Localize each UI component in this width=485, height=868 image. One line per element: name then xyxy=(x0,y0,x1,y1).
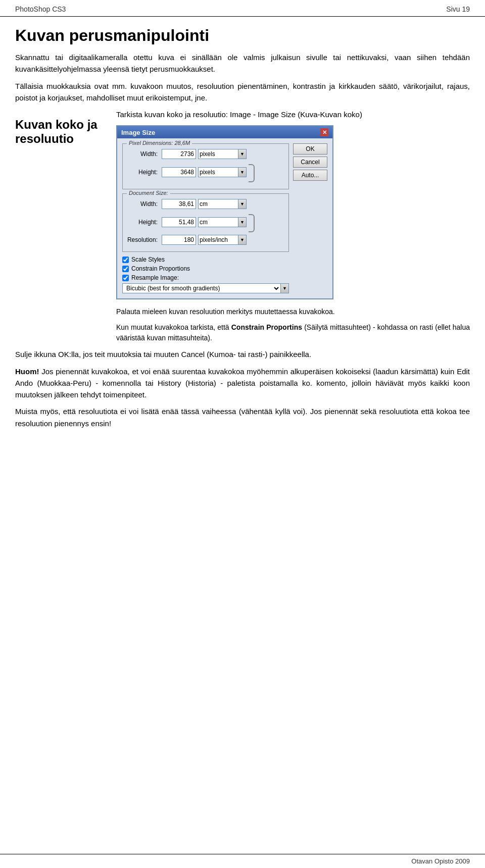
pixel-width-label: Width: xyxy=(127,150,160,158)
dialog-buttons: OK Cancel Auto... xyxy=(293,143,327,293)
dialog-titlebar: Image Size ✕ xyxy=(117,126,332,138)
doc-chain-link-icon xyxy=(249,214,255,232)
scale-styles-checkbox[interactable] xyxy=(122,257,129,263)
para-4: Huom! Jos pienennät kuvakokoa, et voi en… xyxy=(15,366,470,401)
resolution-dropdown[interactable]: pixels/inch ▼ xyxy=(198,235,247,245)
document-size-content: Width: cm ▼ xyxy=(127,199,284,245)
doc-width-dropdown[interactable]: cm ▼ xyxy=(198,199,247,209)
doc-chain-link-area xyxy=(249,212,255,235)
constrain-proportions-row[interactable]: Constrain Proportions xyxy=(122,265,289,272)
footer-publisher: Otavan Opisto 2009 xyxy=(411,857,470,865)
dialog-title: Image Size xyxy=(121,129,155,136)
pixel-height-fields: Height: pixels ▼ xyxy=(127,167,247,180)
section-left: Kuvan koko ja resoluutio xyxy=(15,109,116,348)
ok-button[interactable]: OK xyxy=(293,143,327,155)
resolution-label: Resolution: xyxy=(127,236,160,243)
caption-2: Kun muutat kuvakokoa tarkista, että Cons… xyxy=(116,322,470,343)
section-title: Kuvan koko ja resoluutio xyxy=(15,118,111,146)
page-number: Sivu 19 xyxy=(446,5,470,13)
resolution-arrow: ▼ xyxy=(238,235,247,245)
caption2-pre: Kun muutat kuvakokoa tarkista, että xyxy=(116,323,231,331)
doc-width-arrow: ▼ xyxy=(238,199,247,209)
doc-height-chain-row: Height: cm ▼ xyxy=(127,212,284,235)
constrain-proportions-checkbox[interactable] xyxy=(122,266,129,272)
main-content: Kuvan perusmanipulointi Skannattu tai di… xyxy=(0,22,485,439)
auto-button[interactable]: Auto... xyxy=(293,170,327,181)
dialog-left-panel: Pixel Dimensions: 28,6M Width: pixel xyxy=(122,143,289,293)
doc-width-input[interactable] xyxy=(162,199,196,209)
pixel-height-select[interactable]: pixels xyxy=(198,167,238,177)
resolution-input[interactable] xyxy=(162,235,196,245)
pixel-width-select[interactable]: pixels xyxy=(198,149,238,159)
pixel-dimensions-group: Pixel Dimensions: 28,6M Width: pixel xyxy=(122,143,289,189)
pixel-width-dropdown[interactable]: pixels ▼ xyxy=(198,149,247,159)
dialog-close-button[interactable]: ✕ xyxy=(320,128,328,136)
resample-image-checkbox[interactable] xyxy=(122,275,129,281)
constrain-proportions-label: Constrain Proportions xyxy=(131,265,190,272)
pixel-width-row: Width: pixels ▼ xyxy=(127,149,284,159)
section-description: Tarkista kuvan koko ja resoluutio: Image… xyxy=(116,109,470,120)
chain-link-area xyxy=(249,162,255,185)
pixel-height-select-arrow: ▼ xyxy=(238,167,247,177)
pixel-width-select-arrow: ▼ xyxy=(238,149,247,159)
pixel-dimensions-label: Pixel Dimensions: 28,6M xyxy=(127,140,192,146)
pixel-height-row: Height: pixels ▼ xyxy=(127,167,247,177)
doc-height-fields: Height: cm ▼ xyxy=(127,217,247,230)
page-header: PhotoShop CS3 Sivu 19 xyxy=(0,0,485,17)
app-title: PhotoShop CS3 xyxy=(15,5,66,13)
document-size-label: Document Size: xyxy=(127,190,170,196)
doc-width-row: Width: cm ▼ xyxy=(127,199,284,209)
doc-width-select[interactable]: cm xyxy=(198,199,238,209)
doc-height-arrow: ▼ xyxy=(238,217,247,227)
document-size-group: Document Size: Width: cm xyxy=(122,193,289,252)
pixel-dimensions-content: Width: pixels ▼ xyxy=(127,149,284,185)
para4-bold: Huom! xyxy=(15,367,39,376)
resolution-select[interactable]: pixels/inch xyxy=(198,235,238,245)
caption-1: Palauta mieleen kuvan resoluution merkit… xyxy=(116,307,470,317)
doc-width-label: Width: xyxy=(127,200,160,208)
section-right: Tarkista kuvan koko ja resoluutio: Image… xyxy=(116,109,470,348)
pixel-height-chain-row: Height: pixels ▼ xyxy=(127,162,284,185)
para-3: Sulje ikkuna OK:lla, jos teit muutoksia … xyxy=(15,348,470,360)
resample-image-row[interactable]: Resample Image: xyxy=(122,274,289,281)
resample-image-label: Resample Image: xyxy=(131,274,179,281)
intro-para-1: Skannattu tai digitaalikameralla otettu … xyxy=(15,52,470,75)
resample-select[interactable]: Bicubic (best for smooth gradients) xyxy=(122,283,281,293)
para-5: Muista myös, että resoluutiota ei voi li… xyxy=(15,405,470,429)
section-layout: Kuvan koko ja resoluutio Tarkista kuvan … xyxy=(15,109,470,348)
doc-height-label: Height: xyxy=(127,219,160,226)
chapter-title: Kuvan perusmanipulointi xyxy=(15,27,470,44)
doc-height-input[interactable] xyxy=(162,217,196,227)
caption2-bold: Constrain Proportins xyxy=(231,323,302,331)
scale-styles-label: Scale Styles xyxy=(131,256,165,263)
cancel-button[interactable]: Cancel xyxy=(293,157,327,168)
resample-dropdown-row[interactable]: Bicubic (best for smooth gradients) ▼ xyxy=(122,283,289,293)
doc-height-dropdown[interactable]: cm ▼ xyxy=(198,217,247,227)
doc-height-select[interactable]: cm xyxy=(198,217,238,227)
scale-styles-row[interactable]: Scale Styles xyxy=(122,256,289,263)
image-size-dialog: Image Size ✕ Pixel Dimensions: 28,6M xyxy=(116,125,333,299)
pixel-height-dropdown[interactable]: pixels ▼ xyxy=(198,167,247,177)
pixel-width-input[interactable] xyxy=(162,149,196,159)
chain-link-icon xyxy=(249,164,255,182)
doc-height-row: Height: cm ▼ xyxy=(127,217,247,227)
resolution-row: Resolution: pixels/inch ▼ xyxy=(127,235,284,245)
pixel-height-input[interactable] xyxy=(162,167,196,177)
resample-arrow: ▼ xyxy=(281,283,289,293)
pixel-height-label: Height: xyxy=(127,169,160,176)
dialog-body: Pixel Dimensions: 28,6M Width: pixel xyxy=(117,138,332,298)
para4-post: Jos pienennät kuvakokoa, et voi enää suu… xyxy=(15,367,470,399)
dialog-wrapper: Image Size ✕ Pixel Dimensions: 28,6M xyxy=(116,125,470,299)
intro-para-2: Tällaisia muokkauksia ovat mm. kuvakoon … xyxy=(15,80,470,104)
page-footer: Otavan Opisto 2009 xyxy=(0,854,485,868)
